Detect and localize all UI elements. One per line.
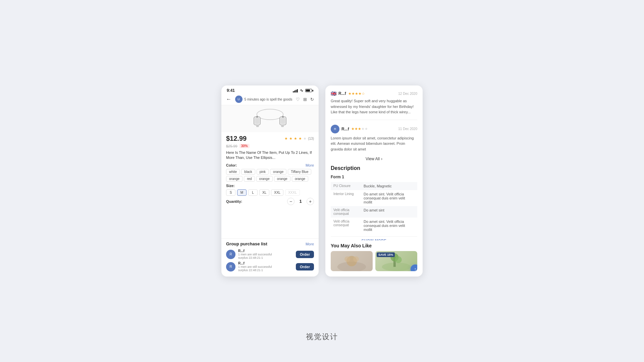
status-bar: 9:41 ∿ (221, 85, 319, 94)
group-purchase-header: Group purchase list More (226, 241, 314, 246)
like-card-image-1 (331, 251, 373, 271)
right-panel: 🇬🇧 R...f ★★★★☆ 12 Dec 2020 Great quality… (325, 85, 423, 277)
table-key-3: Velit officia consequat (331, 206, 361, 218)
order-button-1[interactable]: Order (296, 251, 314, 258)
product-image (247, 108, 293, 130)
reviewer-avatar-2: R (331, 125, 339, 133)
size-m[interactable]: M (237, 189, 247, 196)
nav-bar: ← U 5 minutes ago is spell the goods ♡ ⊞… (221, 94, 319, 105)
svg-point-0 (257, 109, 283, 120)
view-all-row[interactable]: View All › (331, 157, 417, 161)
group-purchase-title: Group purchase list (226, 241, 267, 246)
refresh-icon[interactable]: ↻ (310, 97, 314, 102)
product-title: Here Is The Name Of The Item, Put Up To … (226, 150, 314, 161)
svg-rect-8 (281, 125, 284, 127)
phone-frame: 9:41 ∿ ← U (221, 85, 319, 277)
svg-point-16 (395, 256, 402, 263)
group-subdesc-2: surplus 22:48:21·1 (238, 268, 293, 272)
chevron-right-icon: › (381, 157, 382, 161)
table-key-4: Velit officia consequat (331, 218, 361, 234)
color-orange3[interactable]: orange (256, 176, 273, 182)
description-table: PU Closure Buckle, Magnetic Interior Lin… (331, 182, 417, 234)
review-header-2: R R...f ★★★★★ 11 Dec 2020 (331, 125, 417, 133)
group-purchase-more-link[interactable]: More (306, 242, 314, 246)
signal-bar-2 (294, 90, 295, 93)
table-row-3: Velit officia consequat Do amet sint (331, 206, 417, 218)
signal-bar-1 (293, 91, 294, 93)
show-more-button[interactable]: SHOW MORE (331, 236, 417, 240)
product-info: $12.99 ★ ★ ★ ★ ★ (13) $25.99 30% Here Is… (221, 132, 319, 238)
quantity-section: Quantity: − 1 + (226, 198, 314, 205)
quantity-decrease-button[interactable]: − (287, 198, 294, 205)
group-item-1: R R...f 1 men are still successful surpl… (226, 249, 314, 259)
color-options-row2: orange red orange orange orange (226, 176, 314, 182)
star-2: ★ (289, 136, 292, 141)
star-1: ★ (284, 136, 288, 141)
table-value-4: Do amet sint. Velit officia consequat du… (361, 218, 417, 234)
table-value-3: Do amet sint (361, 206, 417, 218)
size-xl[interactable]: XL (259, 189, 269, 196)
review-date-2: 11 Dec 2020 (398, 127, 417, 131)
color-orange2[interactable]: orange (226, 176, 243, 182)
color-section: Color: More white black pink orange Tiff… (226, 163, 314, 182)
group-avatar-1: R (226, 250, 235, 259)
star-3: ★ (294, 136, 297, 141)
svg-point-11 (344, 256, 350, 262)
reviewer-name-1: R...f (338, 91, 346, 96)
color-orange4[interactable]: orange (274, 176, 290, 182)
color-white[interactable]: white (226, 169, 240, 175)
color-header: Color: More (226, 163, 314, 167)
flag-icon-1: 🇬🇧 (331, 91, 336, 96)
color-tiffany[interactable]: Tiffany Blue (288, 169, 311, 175)
review-text-1: Great quality! Super soft and very hugga… (331, 98, 417, 115)
group-avatar-2: R (226, 262, 235, 272)
color-red[interactable]: red (244, 176, 255, 182)
save-badge: SAVE 15% (377, 252, 395, 257)
cart-icon[interactable]: ⊞ (303, 97, 307, 102)
description-title: Description (331, 165, 417, 171)
battery-icon (305, 89, 313, 92)
discount-badge: 30% (239, 144, 250, 148)
signal-icon (293, 88, 298, 93)
group-name-2: R...f (238, 261, 293, 265)
table-key-1: PU Closure (331, 182, 361, 190)
size-xxl[interactable]: XXL (271, 189, 283, 196)
size-s[interactable]: S (226, 189, 235, 196)
color-pink[interactable]: pink (257, 169, 269, 175)
group-text-1: R...f 1 men are still successful surplus… (238, 249, 293, 259)
price-sub-row: $25.99 30% (226, 144, 314, 148)
price-row: $12.99 ★ ★ ★ ★ ★ (13) (226, 135, 314, 142)
battery-fill (306, 89, 310, 92)
size-header: Size: (226, 184, 314, 188)
svg-rect-2 (255, 118, 259, 124)
size-l[interactable]: L (248, 189, 258, 196)
table-key-2: Interior Lining (331, 190, 361, 206)
color-label: Color: (226, 163, 237, 167)
like-card-2[interactable]: SAVE 15% ↑ (375, 251, 417, 271)
quantity-value: 1 (298, 199, 303, 204)
star-5: ★ (303, 136, 307, 141)
group-name-1: R...f (238, 249, 293, 253)
wifi-icon: ∿ (300, 88, 303, 93)
signal-bar-3 (296, 90, 297, 93)
signal-bar-4 (297, 89, 298, 93)
color-black[interactable]: black (241, 169, 255, 175)
size-options: S M L XL XXL XXXL (226, 189, 314, 196)
group-text-2: R...f 1 men are still successful surplus… (238, 261, 293, 272)
color-orange1[interactable]: orange (270, 169, 286, 175)
size-section: Size: S M L XL XXL XXXL (226, 184, 314, 196)
quantity-increase-button[interactable]: + (307, 198, 314, 205)
back-button[interactable]: ← (226, 96, 231, 102)
color-orange5[interactable]: orange (292, 176, 308, 182)
status-icons: ∿ (293, 88, 313, 93)
wishlist-icon[interactable]: ♡ (296, 97, 300, 102)
group-desc-1: 1 men are still successful (238, 253, 293, 256)
table-row-4: Velit officia consequat Do amet sint. Ve… (331, 218, 417, 234)
color-more-link[interactable]: More (306, 163, 314, 167)
reviewer-info-1: 🇬🇧 R...f ★★★★☆ (331, 91, 365, 96)
order-button-2[interactable]: Order (296, 263, 314, 270)
size-xxxl[interactable]: XXXL (285, 189, 300, 196)
svg-rect-7 (256, 125, 259, 127)
color-options-row1: white black pink orange Tiffany Blue (226, 169, 314, 175)
like-card-1[interactable] (331, 251, 373, 271)
